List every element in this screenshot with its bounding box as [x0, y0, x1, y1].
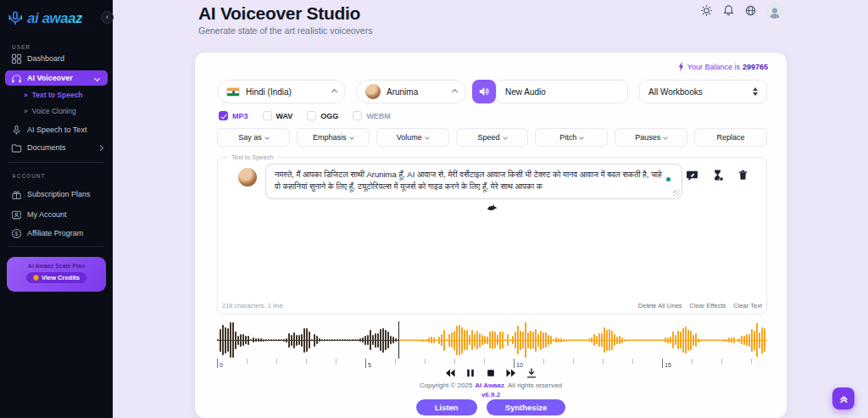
theme-sun-icon[interactable]	[700, 4, 713, 17]
page-subtitle: Generate state of the art realistic voic…	[198, 25, 372, 36]
person-icon	[768, 7, 782, 19]
sidebar-collapse-button[interactable]: ‹	[101, 11, 114, 24]
effect-label: Replace	[717, 133, 745, 142]
plan-name: AI Awaaz Scale Plan	[7, 263, 106, 269]
sidebar-item-label: Dashboard	[27, 54, 64, 63]
sidebar-item-label: My Account	[27, 210, 67, 219]
hourglass-icon[interactable]	[711, 169, 724, 181]
select-arrows-icon	[753, 87, 758, 96]
download-button[interactable]	[526, 368, 537, 378]
volume-button[interactable]: Volume	[376, 128, 449, 147]
say-as-button[interactable]: Say as	[217, 128, 290, 147]
playback-cursor[interactable]	[398, 321, 399, 359]
workbook-select[interactable]: All Workbooks	[639, 80, 767, 103]
effect-label: Pauses	[635, 133, 660, 142]
sidebar-item-label: Affiliate Program	[27, 229, 83, 237]
microphone-icon	[11, 125, 22, 136]
sidebar-item-label: Subscription Plans	[27, 190, 91, 198]
pauses-button[interactable]: Pauses	[615, 128, 687, 147]
format-label: OGG	[320, 112, 338, 120]
tts-text-input[interactable]: नमस्ते, मैं आपका डिजिटल साथी Arunima हूँ…	[265, 164, 682, 199]
format-wav-checkbox[interactable]: WAV	[263, 111, 293, 120]
sidebar-item-voice-cloning[interactable]: » Voice Cloning	[24, 107, 76, 115]
pause-button[interactable]	[465, 368, 476, 378]
play-voice-sample-button[interactable]	[472, 80, 496, 103]
sidebar-item-dashboard[interactable]: Dashboard	[0, 52, 113, 65]
caret-dot-icon	[666, 177, 670, 181]
balance-label: Your Balance is	[687, 63, 740, 71]
effect-label: Say as	[238, 133, 262, 142]
sidebar-item-affiliate-program[interactable]: $ Affiliate Program	[0, 226, 113, 240]
user-avatar[interactable]	[766, 2, 783, 19]
replace-button[interactable]: Replace	[694, 128, 767, 147]
sidebar-item-documents[interactable]: Documents	[0, 141, 113, 154]
format-label: WEBM	[366, 112, 391, 120]
line-voice-avatar[interactable]	[238, 168, 257, 187]
format-ogg-checkbox[interactable]: OGG	[307, 111, 338, 120]
view-credits-label: View Credits	[42, 274, 80, 281]
tts-text: नमस्ते, मैं आपका डिजिटल साथी Arunima हूँ…	[275, 170, 662, 191]
format-label: WAV	[276, 112, 293, 120]
listen-button[interactable]: Listen	[416, 399, 477, 415]
action-buttons: Listen Synthesize	[195, 399, 787, 415]
logo[interactable]: ai awaaz	[7, 10, 82, 27]
speed-button[interactable]: Speed	[456, 128, 529, 147]
sidebar-item-label: Voice Cloning	[32, 107, 76, 115]
balance-badge: Your Balance is 299765	[677, 62, 768, 71]
chevron-down-icon	[503, 135, 508, 140]
rewind-button[interactable]	[445, 368, 455, 378]
brand-name: AI Awaaz	[475, 382, 504, 389]
language-globe-icon[interactable]	[744, 4, 757, 17]
format-mp3-checkbox[interactable]: MP3	[219, 111, 248, 120]
checkbox-icon	[353, 111, 362, 120]
dollar-circle-icon: $	[11, 228, 22, 239]
synthesize-button[interactable]: Synthesize	[487, 399, 566, 415]
effect-label: Speed	[477, 133, 499, 142]
editor-actions: Delete All Lines Clear Effects Clear Tex…	[638, 302, 762, 309]
view-credits-button[interactable]: View Credits	[26, 272, 86, 283]
waveform[interactable]: 051015	[217, 321, 767, 372]
divider	[8, 246, 103, 247]
checkbox-icon	[307, 111, 316, 120]
fast-forward-button[interactable]	[506, 368, 516, 378]
comment-edit-icon[interactable]	[686, 169, 698, 181]
section-label-user: USER	[12, 44, 31, 50]
chevron-up-icon	[331, 88, 337, 94]
sidebar-item-subscription-plans[interactable]: Subscription Plans	[0, 187, 113, 201]
dashboard-grid-icon	[11, 53, 22, 64]
voice-select[interactable]: Arunima	[356, 80, 466, 103]
chevron-up-icon	[452, 88, 458, 94]
sidebar-item-ai-speech-to-text[interactable]: AI Speech to Text	[0, 123, 113, 137]
stop-button[interactable]	[486, 368, 496, 378]
character-count: 218 characters, 1 line	[222, 302, 283, 309]
notifications-bell-icon[interactable]	[722, 4, 735, 17]
copyright-suffix: . All rights reserved	[504, 382, 562, 389]
format-webm-checkbox[interactable]: WEBM	[353, 111, 391, 120]
microphone-logo-icon	[7, 10, 24, 27]
audio-name-input[interactable]	[496, 80, 628, 103]
resize-handle[interactable]	[673, 190, 680, 197]
delete-all-lines-link[interactable]: Delete All Lines	[638, 302, 682, 309]
scroll-to-top-button[interactable]	[832, 387, 854, 410]
plan-card: AI Awaaz Scale Plan View Credits	[7, 257, 106, 292]
pitch-button[interactable]: Pitch	[535, 128, 608, 147]
page-title: AI Voiceover Studio	[198, 3, 360, 24]
sidebar-item-ai-voiceover[interactable]: AI Voiceover	[5, 70, 108, 86]
emphasis-button[interactable]: Emphasis	[297, 128, 370, 147]
language-select[interactable]: Hindi (India)	[217, 80, 346, 103]
topbar	[700, 2, 783, 19]
bird-icon[interactable]	[487, 202, 498, 212]
svg-text:$: $	[15, 230, 19, 236]
trash-icon[interactable]	[737, 169, 749, 181]
app-root: ai awaaz ‹ USER Dashboard AI Voiceover »…	[0, 0, 868, 418]
player-controls	[195, 368, 787, 378]
clear-text-link[interactable]: Clear Text	[733, 302, 762, 309]
clear-effects-link[interactable]: Clear Effects	[690, 302, 726, 309]
user-card-icon	[11, 209, 22, 220]
effect-label: Emphasis	[313, 133, 347, 142]
effects-toolbar: Say as Emphasis Volume Speed Pitch Pause…	[217, 128, 767, 147]
sidebar-item-text-to-speech[interactable]: » Text to Speech	[24, 91, 83, 99]
sidebar-item-my-account[interactable]: My Account	[0, 208, 113, 221]
line-actions	[686, 169, 749, 181]
logo-text: ai awaaz	[27, 10, 82, 27]
